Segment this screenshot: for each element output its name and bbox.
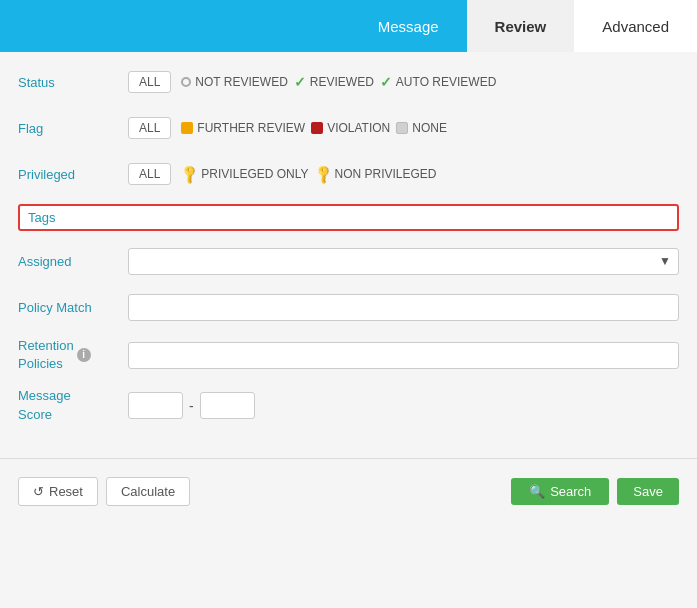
reset-icon: ↺ bbox=[33, 484, 44, 499]
footer-right-buttons: 🔍 Search Save bbox=[511, 478, 679, 505]
status-reviewed[interactable]: ✓ REVIEWED bbox=[294, 74, 374, 90]
assigned-label: Assigned bbox=[18, 254, 128, 269]
auto-reviewed-checkmark: ✓ bbox=[380, 74, 392, 90]
violation-label: VIOLATION bbox=[327, 121, 390, 135]
retention-policies-row: RetentionPolicies i bbox=[18, 337, 679, 373]
header-tabs: Message Review Advanced bbox=[0, 0, 697, 52]
further-review-label: FURTHER REVIEW bbox=[197, 121, 305, 135]
search-icon: 🔍 bbox=[529, 484, 545, 499]
auto-reviewed-label: AUTO REVIEWED bbox=[396, 75, 496, 89]
status-label: Status bbox=[18, 75, 128, 90]
calculate-button[interactable]: Calculate bbox=[106, 477, 190, 506]
privileged-only-key-icon: 🔑 bbox=[178, 163, 200, 185]
privileged-options: 🔑 PRIVILEGED ONLY 🔑 NON PRIVILEGED bbox=[181, 167, 436, 182]
save-button[interactable]: Save bbox=[617, 478, 679, 505]
footer: ↺ Reset Calculate 🔍 Search Save bbox=[0, 469, 697, 514]
privileged-only-option[interactable]: 🔑 PRIVILEGED ONLY bbox=[181, 167, 308, 182]
retention-policies-input[interactable] bbox=[128, 342, 679, 369]
search-button[interactable]: 🔍 Search bbox=[511, 478, 609, 505]
message-score-max-input[interactable] bbox=[200, 392, 255, 419]
privileged-all-button[interactable]: ALL bbox=[128, 163, 171, 185]
status-row: Status ALL NOT REVIEWED ✓ REVIEWED ✓ AUT… bbox=[18, 66, 679, 98]
message-score-row: MessageScore - bbox=[18, 387, 679, 423]
none-label: NONE bbox=[412, 121, 447, 135]
tags-label: Tags bbox=[28, 210, 134, 225]
flag-violation[interactable]: VIOLATION bbox=[311, 121, 390, 135]
status-options: NOT REVIEWED ✓ REVIEWED ✓ AUTO REVIEWED bbox=[181, 74, 496, 90]
assigned-row: Assigned ▼ bbox=[18, 245, 679, 277]
main-content: Status ALL NOT REVIEWED ✓ REVIEWED ✓ AUT… bbox=[0, 52, 697, 448]
non-privileged-label: NON PRIVILEGED bbox=[335, 167, 437, 181]
footer-divider bbox=[0, 458, 697, 459]
flag-label: Flag bbox=[18, 121, 128, 136]
non-privileged-option[interactable]: 🔑 NON PRIVILEGED bbox=[315, 167, 437, 182]
tab-message[interactable]: Message bbox=[350, 0, 467, 52]
tab-advanced[interactable]: Advanced bbox=[574, 0, 697, 52]
non-privileged-key-icon: 🔑 bbox=[312, 163, 334, 185]
further-review-square bbox=[181, 122, 193, 134]
reviewed-label: REVIEWED bbox=[310, 75, 374, 89]
flag-none[interactable]: NONE bbox=[396, 121, 447, 135]
assigned-select[interactable] bbox=[128, 248, 679, 275]
retention-policies-label: RetentionPolicies i bbox=[18, 337, 128, 373]
privileged-label: Privileged bbox=[18, 167, 128, 182]
flag-row: Flag ALL FURTHER REVIEW VIOLATION NONE bbox=[18, 112, 679, 144]
privileged-row: Privileged ALL 🔑 PRIVILEGED ONLY 🔑 NON P… bbox=[18, 158, 679, 190]
footer-left-buttons: ↺ Reset Calculate bbox=[18, 477, 190, 506]
policy-match-row: Policy Match bbox=[18, 291, 679, 323]
tags-input[interactable] bbox=[134, 210, 669, 225]
message-score-min-input[interactable] bbox=[128, 392, 183, 419]
reset-label: Reset bbox=[49, 484, 83, 499]
privileged-only-label: PRIVILEGED ONLY bbox=[201, 167, 308, 181]
retention-info-icon: i bbox=[77, 348, 91, 362]
tab-review[interactable]: Review bbox=[467, 0, 575, 52]
flag-options: FURTHER REVIEW VIOLATION NONE bbox=[181, 121, 447, 135]
tags-row: Tags bbox=[18, 204, 679, 231]
policy-match-input[interactable] bbox=[128, 294, 679, 321]
none-square bbox=[396, 122, 408, 134]
policy-match-label: Policy Match bbox=[18, 300, 128, 315]
message-score-label: MessageScore bbox=[18, 387, 128, 423]
score-dash: - bbox=[189, 398, 194, 414]
retention-policies-label-text: RetentionPolicies bbox=[18, 337, 74, 373]
violation-square bbox=[311, 122, 323, 134]
reviewed-checkmark: ✓ bbox=[294, 74, 306, 90]
status-all-button[interactable]: ALL bbox=[128, 71, 171, 93]
status-auto-reviewed[interactable]: ✓ AUTO REVIEWED bbox=[380, 74, 496, 90]
assigned-select-wrapper: ▼ bbox=[128, 248, 679, 275]
search-label: Search bbox=[550, 484, 591, 499]
flag-all-button[interactable]: ALL bbox=[128, 117, 171, 139]
not-reviewed-label: NOT REVIEWED bbox=[195, 75, 287, 89]
status-not-reviewed[interactable]: NOT REVIEWED bbox=[181, 75, 287, 89]
flag-further-review[interactable]: FURTHER REVIEW bbox=[181, 121, 305, 135]
not-reviewed-dot bbox=[181, 77, 191, 87]
reset-button[interactable]: ↺ Reset bbox=[18, 477, 98, 506]
